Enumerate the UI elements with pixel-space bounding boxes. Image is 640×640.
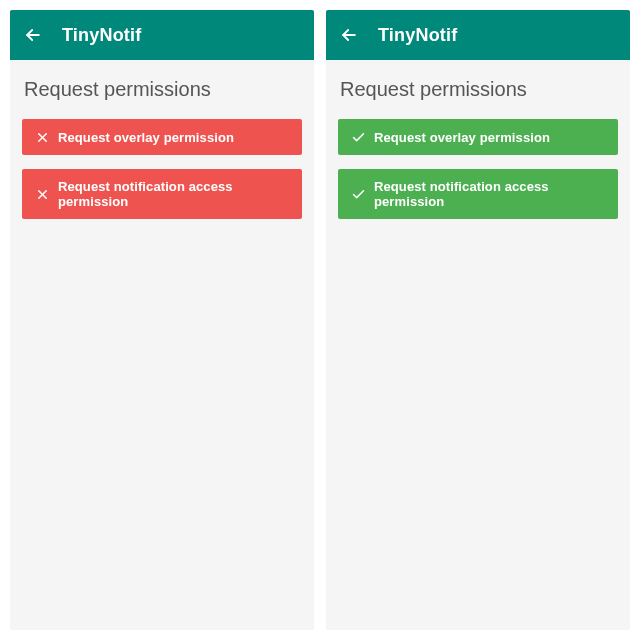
cross-icon xyxy=(34,129,50,145)
check-icon xyxy=(350,186,366,202)
phone-screen-left: TinyNotif Request permissions Request ov… xyxy=(10,10,314,630)
perm-label: Request overlay permission xyxy=(374,130,550,145)
back-arrow-icon[interactable] xyxy=(338,24,360,46)
back-arrow-icon[interactable] xyxy=(22,24,44,46)
request-notification-access-permission-button[interactable]: Request notification access permission xyxy=(338,169,618,219)
app-title: TinyNotif xyxy=(378,25,457,46)
cross-icon xyxy=(34,186,50,202)
section-title: Request permissions xyxy=(22,78,302,101)
perm-label: Request notification access permission xyxy=(58,179,290,209)
perm-label: Request overlay permission xyxy=(58,130,234,145)
check-icon xyxy=(350,129,366,145)
section-title: Request permissions xyxy=(338,78,618,101)
perm-label: Request notification access permission xyxy=(374,179,606,209)
request-overlay-permission-button[interactable]: Request overlay permission xyxy=(22,119,302,155)
content-area: Request permissions Request overlay perm… xyxy=(10,60,314,251)
phone-screen-right: TinyNotif Request permissions Request ov… xyxy=(326,10,630,630)
app-bar: TinyNotif xyxy=(326,10,630,60)
content-area: Request permissions Request overlay perm… xyxy=(326,60,630,251)
request-overlay-permission-button[interactable]: Request overlay permission xyxy=(338,119,618,155)
app-title: TinyNotif xyxy=(62,25,141,46)
app-bar: TinyNotif xyxy=(10,10,314,60)
request-notification-access-permission-button[interactable]: Request notification access permission xyxy=(22,169,302,219)
